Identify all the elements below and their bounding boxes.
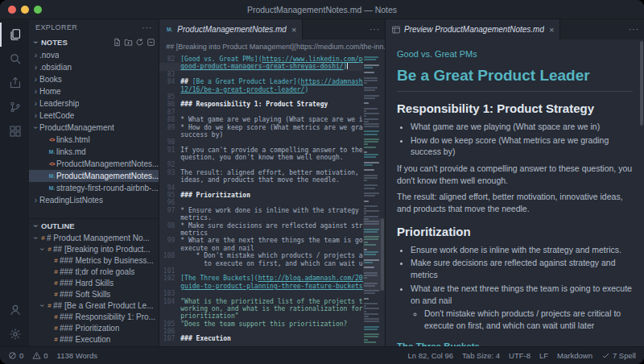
editor-line[interactable]: good-product-managers-great-shreyas-dosh… <box>159 63 363 70</box>
editor-line[interactable]: execute on and nail <box>159 245 363 252</box>
editor-line[interactable]: prioritization" <box>159 312 363 320</box>
outline-item[interactable]: ›### [Breaking into Product... <box>29 243 159 254</box>
word-count[interactable]: 1138 Words <box>57 351 97 360</box>
editor-line[interactable]: 84## [Be a Great Product Leader](https:/… <box>159 78 363 85</box>
explorer-item[interactable]: <>ProductManagementNotes... <box>29 158 159 170</box>
cursor-position[interactable]: Ln 82, Col 96 <box>408 351 454 360</box>
new-file-icon[interactable] <box>113 38 122 47</box>
explorer-item[interactable]: <>links.html <box>29 134 159 146</box>
outline-section-header[interactable]: › OUTLINE <box>29 218 159 232</box>
outline-item[interactable]: #### Soft Skills <box>29 288 159 300</box>
editor-line[interactable]: 91If you can't provide a compelling answ… <box>159 147 363 154</box>
spell-status[interactable]: 7 Spell <box>601 351 636 360</box>
editor-line[interactable]: guide-to-product-planning-three-feature-… <box>159 283 363 290</box>
explorer-more-icon[interactable]: ··· <box>142 23 152 32</box>
editor-line[interactable]: 107### Execution <box>159 335 363 342</box>
editor-line[interactable]: success by) <box>159 131 363 139</box>
editor-line[interactable]: 100 * Don't mistake which products / pro… <box>159 252 363 259</box>
explorer-item[interactable]: ›.nova <box>29 49 159 61</box>
editor-line[interactable]: 93The result: aligned effort, better mot… <box>159 169 363 176</box>
explorer-item[interactable]: ›ProductManagement <box>29 122 159 134</box>
outline-item[interactable]: #### Metrics by Business... <box>29 254 159 266</box>
outline-item[interactable]: ›### [Be a Great Product Le... <box>29 300 159 311</box>
editor-line[interactable]: 94 <box>159 184 363 192</box>
warning-count[interactable]: 0 <box>32 351 47 360</box>
eol[interactable]: LF <box>539 351 548 360</box>
editor-line[interactable]: 85 <box>159 93 363 101</box>
editor-line[interactable]: metrics. <box>159 214 363 221</box>
editor-line[interactable]: 106 <box>159 328 363 335</box>
editor-line[interactable]: 83 <box>159 71 363 78</box>
explorer-item[interactable]: ›Home <box>29 85 159 97</box>
close-tab-icon[interactable]: × <box>291 25 296 35</box>
editor-actions-icon[interactable]: ··· <box>369 25 380 34</box>
explorer-item[interactable]: M↓strategy-first-round-airbnb-... <box>29 182 159 194</box>
code-editor[interactable]: 82[Good vs. Great PMs](https://www.linke… <box>159 56 363 346</box>
editor-line[interactable]: to execute on first, and which can wait … <box>159 260 363 267</box>
share-icon[interactable] <box>0 71 29 95</box>
settings-icon[interactable] <box>0 322 29 346</box>
editor-line[interactable]: working on, and what is the rationalizat… <box>159 305 363 312</box>
outline-item[interactable]: #### Execution <box>29 333 159 345</box>
editor-scrollbar-thumb[interactable] <box>381 218 384 291</box>
outline-item[interactable]: #### Hard Skills <box>29 277 159 288</box>
editor-line[interactable]: question, you don't know them well enoug… <box>159 154 363 161</box>
extensions-icon[interactable] <box>0 119 29 143</box>
editor-line[interactable]: 89* How do we keep score (What metrics a… <box>159 124 363 131</box>
encoding[interactable]: UTF-8 <box>509 351 530 360</box>
preview-link[interactable]: The Three Buckets <box>397 340 633 346</box>
explorer-item[interactable]: ›ReadingListNotes <box>29 194 159 206</box>
editor-line[interactable]: 95### Prioritization <box>159 192 363 199</box>
zoom-window-button[interactable] <box>34 6 42 14</box>
explorer-icon[interactable] <box>0 23 29 47</box>
tab-productmanagementnotes-md[interactable]: M↓ ProductManagementNotes.md × <box>159 19 303 39</box>
title-bar[interactable]: ProductManagementNotes.md — Notes <box>0 0 644 19</box>
editor-line[interactable]: 86### Responsibility 1: Product Strategy <box>159 101 363 108</box>
editor-line[interactable]: 99* What are the next three things the t… <box>159 237 363 244</box>
search-icon[interactable] <box>0 47 29 71</box>
editor-line[interactable]: 92 <box>159 161 363 168</box>
editor-line[interactable]: metrics <box>159 230 363 237</box>
outline-item[interactable]: #### tl;dr of role goals <box>29 266 159 277</box>
editor-line[interactable]: 104"What is the prioritized list of the … <box>159 298 363 305</box>
outline-item[interactable]: ›## Product Management No... <box>29 232 159 243</box>
editor-line[interactable]: 90 <box>159 139 363 146</box>
preview-scrollbar[interactable] <box>640 41 643 126</box>
editor-line[interactable]: 88* What game are we playing (What space… <box>159 116 363 123</box>
explorer-item[interactable]: ›LeetCode <box>29 110 159 122</box>
error-count[interactable]: 0 <box>8 351 23 360</box>
close-window-button[interactable] <box>8 6 16 14</box>
editor-line[interactable]: 105"Does the team support this prioritiz… <box>159 321 363 328</box>
editor-line[interactable]: ideas, and products that move the needle… <box>159 176 363 184</box>
explorer-item[interactable]: M↓ProductManagementNotes... <box>29 170 159 182</box>
tab-preview-productmanagementnotes[interactable]: Preview ProductManagementNotes.md × <box>386 19 560 39</box>
minimap[interactable] <box>363 56 381 346</box>
collapse-folders-icon[interactable] <box>147 38 155 47</box>
editor-line[interactable]: 87 <box>159 109 363 116</box>
breadcrumb-section[interactable]: ## [Breaking into Product Management](ht… <box>166 43 385 51</box>
tab-size[interactable]: Tab Size: 4 <box>462 351 500 360</box>
editor-line[interactable]: 103 <box>159 290 363 297</box>
editor-line[interactable]: 97* Ensure work done is inline with the … <box>159 207 363 214</box>
editor-line[interactable]: 98* Make sure decisions are reflected ag… <box>159 222 363 230</box>
close-tab-icon[interactable]: × <box>549 25 554 35</box>
account-icon[interactable] <box>0 298 29 322</box>
editor-line[interactable]: 82[Good vs. Great PMs](https://www.linke… <box>159 56 363 63</box>
refresh-explorer-icon[interactable] <box>135 38 144 47</box>
language-mode[interactable]: Markdown <box>557 351 592 360</box>
editor-line[interactable]: 102[The Three Buckets](http://blog.adamn… <box>159 275 363 282</box>
outline-item[interactable]: #### Responsibility 1: Pro... <box>29 311 159 322</box>
minimap-slider[interactable] <box>363 218 381 291</box>
notes-section-header[interactable]: › NOTES <box>29 35 159 49</box>
explorer-item[interactable]: ›Leadership <box>29 97 159 110</box>
minimize-window-button[interactable] <box>21 6 29 14</box>
editor-line[interactable]: 101 <box>159 267 363 275</box>
preview-link[interactable]: Good vs. Great PMs <box>397 48 633 60</box>
explorer-item[interactable]: ›.obsidian <box>29 61 159 73</box>
new-folder-icon[interactable] <box>124 38 133 47</box>
preview-actions-icon[interactable]: ··· <box>629 25 639 34</box>
editor-line[interactable]: 12/16/be-a-great-product-leader/) <box>159 86 363 93</box>
outline-item[interactable]: #### Prioritization <box>29 322 159 333</box>
editor-line[interactable]: 96 <box>159 199 363 206</box>
explorer-item[interactable]: ›Books <box>29 73 159 85</box>
